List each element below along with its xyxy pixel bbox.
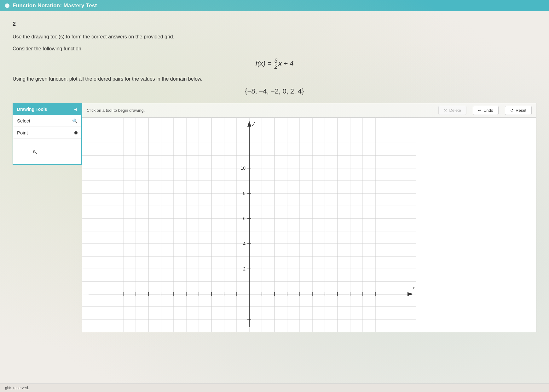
svg-text:10: 10 (240, 166, 246, 171)
cursor-icon: 🔍 (72, 118, 78, 123)
reset-icon: ↺ (510, 108, 514, 113)
domain-display: {−8, −4, −2, 0, 2, 4} (13, 87, 536, 95)
instruction-3: Using the given function, plot all the o… (13, 75, 536, 83)
reset-label: Reset (516, 108, 526, 113)
drawing-tools-panel: Drawing Tools ◄ Select 🔍 Point ↖ (13, 103, 82, 165)
page-title: Function Notation: Mastery Test (13, 3, 97, 9)
grid-svg: 10 8 6 4 2 (82, 118, 416, 332)
point-icon (74, 131, 78, 134)
point-label: Point (17, 130, 28, 135)
function-display: f(x) = 32x + 4 (13, 58, 536, 70)
delete-icon: ✕ (444, 108, 447, 113)
drawing-toolbar: Click on a tool to begin drawing. ✕ Dele… (82, 103, 536, 117)
svg-text:4: 4 (243, 241, 246, 246)
y-axis-label: y (252, 121, 255, 126)
toolbar-hint: Click on a tool to begin drawing. (87, 108, 432, 113)
select-label: Select (17, 118, 30, 123)
x-axis-label: x (412, 285, 415, 290)
select-tool[interactable]: Select 🔍 (13, 115, 81, 127)
drawing-area: Drawing Tools ◄ Select 🔍 Point ↖ (13, 103, 536, 332)
collapse-arrow[interactable]: ◄ (73, 107, 78, 112)
top-bar-dot (5, 3, 9, 8)
mouse-cursor-icon: ↖ (32, 148, 38, 157)
undo-label: Undo (483, 108, 493, 113)
delete-button[interactable]: ✕ Delete (438, 106, 466, 115)
instruction-2: Consider the following function. (13, 45, 536, 53)
delete-label: Delete (449, 108, 461, 113)
drawing-tools-label: Drawing Tools (17, 107, 47, 112)
svg-text:6: 6 (243, 216, 246, 221)
svg-text:8: 8 (243, 191, 246, 196)
grid-container[interactable]: 10 8 6 4 2 (82, 117, 536, 332)
main-content: 2 Use the drawing tool(s) to form the co… (0, 11, 549, 338)
undo-button[interactable]: ↩ Undo (473, 106, 499, 115)
bottom-bar-text: ghts reserved. (5, 386, 29, 390)
instruction-1: Use the drawing tool(s) to form the corr… (13, 33, 536, 41)
undo-icon: ↩ (478, 108, 482, 113)
drawing-tools-header: Drawing Tools ◄ (13, 104, 81, 115)
grid-section: Click on a tool to begin drawing. ✕ Dele… (82, 103, 536, 332)
bottom-bar: ghts reserved. (0, 383, 549, 392)
svg-text:2: 2 (243, 266, 246, 271)
top-bar: Function Notation: Mastery Test (0, 0, 549, 11)
reset-button[interactable]: ↺ Reset (505, 106, 532, 115)
question-number: 2 (13, 21, 536, 27)
point-tool[interactable]: Point (13, 127, 81, 139)
tools-empty-area: ↖ (13, 139, 81, 164)
